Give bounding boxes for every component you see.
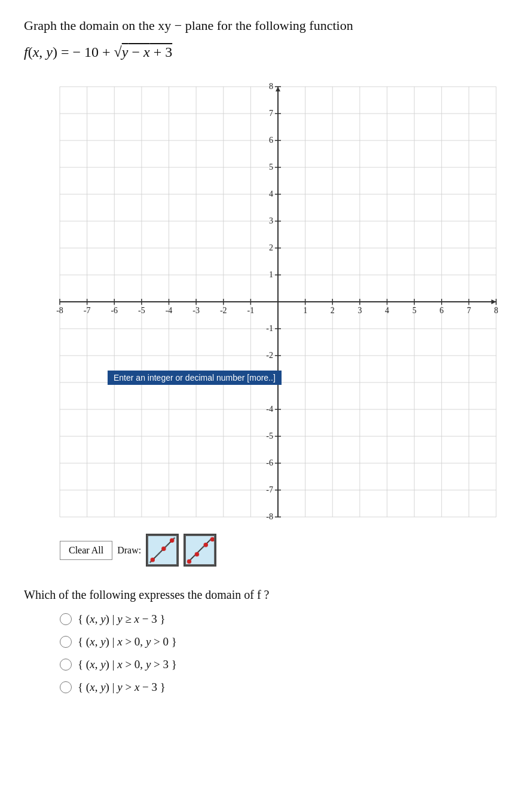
choice-1-text: { (x, y) | y ≥ x − 3 } xyxy=(78,613,166,626)
radio-4[interactable] xyxy=(60,681,72,693)
draw-icon-2[interactable] xyxy=(184,534,216,567)
problem-title: Graph the domain on the xy − plane for t… xyxy=(24,18,508,33)
choice-3-text: { (x, y) | x > 0, y > 3 } xyxy=(78,658,177,671)
controls-bar: Clear All Draw: xyxy=(60,534,508,567)
draw-label: Draw: xyxy=(117,545,141,556)
coordinate-plane[interactable] xyxy=(24,75,508,529)
graph-container: Enter an integer or decimal number [more… xyxy=(24,75,508,529)
choice-4-text: { (x, y) | y > x − 3 } xyxy=(78,681,166,694)
choice-4[interactable]: { (x, y) | y > x − 3 } xyxy=(60,681,508,694)
radio-3[interactable] xyxy=(60,659,72,671)
function-text: f(x, y) = − 10 + √y − x + 3 xyxy=(24,44,172,60)
choice-2-text: { (x, y) | x > 0, y > 0 } xyxy=(78,635,177,648)
draw-icon-1[interactable] xyxy=(146,534,179,567)
choice-3[interactable]: { (x, y) | x > 0, y > 3 } xyxy=(60,658,508,671)
radio-1[interactable] xyxy=(60,613,72,625)
choice-2[interactable]: { (x, y) | x > 0, y > 0 } xyxy=(60,635,508,648)
choices-list: { (x, y) | y ≥ x − 3 } { (x, y) | x > 0,… xyxy=(60,613,508,694)
question-text: Which of the following expresses the dom… xyxy=(24,588,508,602)
choice-1[interactable]: { (x, y) | y ≥ x − 3 } xyxy=(60,613,508,626)
radio-2[interactable] xyxy=(60,636,72,648)
function-definition: f(x, y) = − 10 + √y − x + 3 xyxy=(24,44,508,60)
clear-all-button[interactable]: Clear All xyxy=(60,541,112,560)
